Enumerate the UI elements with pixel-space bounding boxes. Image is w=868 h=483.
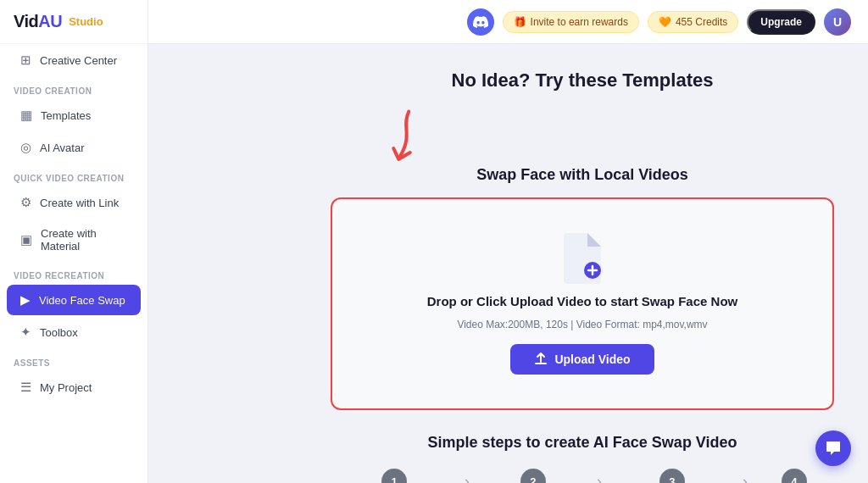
step-4-circle: 4 — [782, 469, 807, 483]
step-2: 2 Choose the faces you want to swap with… — [476, 469, 590, 483]
brand-studio: Studio — [69, 15, 103, 28]
upload-dropzone[interactable]: Drop or Click Upload Video to start Swap… — [331, 197, 834, 410]
templates-label: Templates — [41, 109, 91, 122]
material-icon: ▣ — [20, 232, 32, 247]
arrow-hint — [331, 108, 834, 175]
file-upload-icon — [560, 233, 604, 284]
create-material-label: Create with Material — [41, 227, 127, 253]
avatar-initials: U — [824, 8, 851, 36]
chat-support-button[interactable] — [815, 430, 851, 466]
sidebar-item-my-project[interactable]: ☰ My Project — [7, 372, 141, 402]
my-project-label: My Project — [40, 381, 92, 394]
steps-row: 1 Uploading the video clip whose charact… — [331, 469, 834, 483]
upload-icon — [534, 353, 548, 366]
sidebar-item-create-link[interactable]: ⚙ Create with Link — [7, 187, 141, 218]
upload-main-text: Drop or Click Upload Video to start Swap… — [427, 294, 737, 308]
credits-display: 🧡 455 Credits — [648, 11, 738, 33]
upload-video-button[interactable]: Upload Video — [510, 344, 654, 375]
brand-au: AU — [38, 12, 62, 31]
step-2-circle: 2 — [520, 469, 546, 483]
step-3-circle: 3 — [659, 469, 685, 483]
sidebar-item-video-face-swap[interactable]: ▶ Video Face Swap — [7, 285, 141, 315]
upgrade-button[interactable]: Upgrade — [747, 9, 815, 35]
heart-icon: 🧡 — [659, 16, 671, 28]
sidebar-item-templates[interactable]: ▦ Templates — [7, 100, 141, 130]
steps-title: Simple steps to create AI Face Swap Vide… — [331, 434, 834, 452]
main-content: No Idea? Try these Templates Swap Face w… — [297, 44, 868, 483]
upload-sub-text: Video Max:200MB, 120s | Video Format: mp… — [457, 319, 707, 330]
discord-button[interactable] — [467, 8, 494, 36]
logo: VidAU Studio — [0, 0, 147, 44]
sidebar-item-creative-center[interactable]: ⊞ Creative Center — [7, 45, 141, 75]
section-label-video-creation: Video Creation — [0, 76, 147, 99]
step-arrow-3: › — [736, 473, 754, 483]
section-label-assets: Assets — [0, 348, 147, 371]
toolbox-label: Toolbox — [40, 326, 78, 339]
sidebar-item-create-material[interactable]: ▣ Create with Material — [7, 219, 141, 260]
step-1-circle: 1 — [381, 469, 407, 483]
upload-btn-label: Upload Video — [554, 353, 630, 366]
sidebar-creative-center-label: Creative Center — [40, 54, 117, 67]
project-icon: ☰ — [20, 380, 31, 395]
video-face-swap-label: Video Face Swap — [39, 294, 125, 307]
sidebar-item-ai-avatar[interactable]: ◎ AI Avatar — [7, 132, 141, 163]
section-label-video-recreation: Video Recreation — [0, 261, 147, 284]
ai-avatar-label: AI Avatar — [40, 142, 85, 154]
sidebar-item-toolbox[interactable]: ✦ Toolbox — [7, 317, 141, 347]
page-title: No Idea? Try these Templates — [331, 69, 834, 92]
red-arrow-icon — [371, 102, 442, 181]
topbar: 🎁 Invite to earn rewards 🧡 455 Credits U… — [148, 0, 868, 44]
brand-vid: Vid — [14, 12, 38, 31]
section-label-quick-video: Quick Video Creation — [0, 164, 147, 186]
gift-icon: 🎁 — [514, 16, 526, 28]
step-4: 4 Save and share your results. — [754, 469, 834, 483]
create-link-label: Create with Link — [40, 197, 119, 209]
face-swap-icon: ▶ — [20, 292, 31, 308]
step-arrow-2: › — [590, 473, 609, 483]
step-1: 1 Uploading the video clip whose charact… — [331, 469, 458, 483]
logo-text: VidAU — [14, 12, 62, 31]
invite-rewards-button[interactable]: 🎁 Invite to earn rewards — [503, 11, 639, 33]
step-arrow-1: › — [458, 473, 476, 483]
invite-label: Invite to earn rewards — [531, 16, 628, 28]
grid-icon: ⊞ — [20, 53, 31, 68]
link-icon: ⚙ — [20, 195, 31, 210]
chat-icon — [825, 440, 842, 457]
sidebar: VidAU Studio ⊞ Creative Center Video Cre… — [0, 0, 148, 483]
step-3: 3 With just one click, let VidAU generat… — [609, 469, 736, 483]
ai-avatar-icon: ◎ — [20, 140, 31, 155]
credits-label: 455 Credits — [676, 16, 727, 28]
templates-icon: ▦ — [20, 108, 32, 123]
toolbox-icon: ✦ — [20, 325, 31, 340]
user-avatar[interactable]: U — [824, 8, 851, 36]
